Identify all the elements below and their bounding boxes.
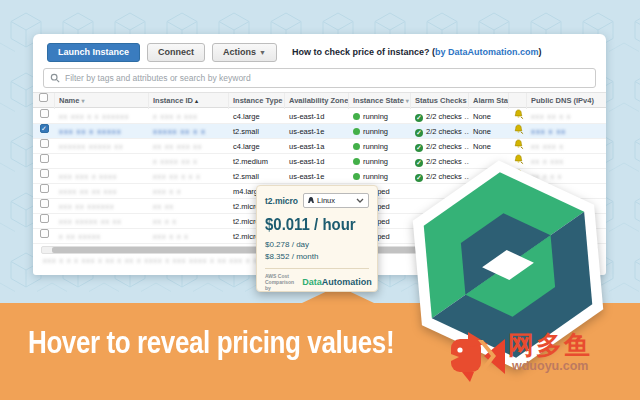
alarm-status-cell: None <box>469 109 509 124</box>
state-dot-icon <box>353 128 360 135</box>
actions-button[interactable]: Actions▼ <box>212 43 277 62</box>
linux-icon <box>308 197 314 205</box>
alarm-bell-cell[interactable] <box>509 124 527 139</box>
watermark-domain-text: wduoyu.com <box>512 359 588 373</box>
brand-wordmark[interactable]: DataAutomation <box>302 277 372 287</box>
public-dns-redacted: xxx x xx <box>531 128 566 135</box>
alarm-bell-icon <box>513 124 524 135</box>
instance-state-cell: running <box>349 109 411 124</box>
chevron-down-icon: ▼ <box>259 49 266 56</box>
bell-spacer <box>509 93 527 109</box>
row-checkbox[interactable] <box>40 109 49 118</box>
public-dns-redacted: xx xxx x <box>531 143 564 150</box>
alarm-bell-icon <box>513 139 524 150</box>
instance-state-cell: running <box>349 169 411 184</box>
column-header[interactable]: Alarm Status <box>469 93 509 109</box>
instance-name-redacted: xxx xx x xxxxx <box>59 128 122 135</box>
row-checkbox[interactable] <box>40 169 49 178</box>
pricing-tooltip: t2.micro Linux $0.011 / hour $0.278 / da… <box>256 185 378 292</box>
instance-id-redacted: xx x x <box>153 218 177 225</box>
alarm-bell-cell[interactable] <box>509 109 527 124</box>
instance-id-redacted: xx xx xxx xx <box>153 143 202 150</box>
state-dot-icon <box>353 113 360 120</box>
screenshot-stage: Launch Instance Connect Actions▼ How to … <box>0 0 640 400</box>
instance-id-redacted: xxxxx xx x x <box>153 128 206 135</box>
instance-id-redacted: xxx x x <box>153 188 181 195</box>
search-input[interactable] <box>65 73 589 83</box>
tooltip-instance-type: t2.micro <box>265 196 298 206</box>
instance-type-cell: c4.large <box>229 139 285 154</box>
column-header[interactable]: Public DNS (IPv4) <box>527 93 606 109</box>
instance-name-redacted: xx xxx x x xxxxxx <box>59 113 129 120</box>
instance-type-cell: t2.medium <box>229 154 285 169</box>
availability-zone-cell: us-east-1a <box>285 139 349 154</box>
row-checkbox[interactable] <box>40 229 49 238</box>
check-circle-icon: ✓ <box>415 129 423 137</box>
instance-state-cell: running <box>349 124 411 139</box>
check-circle-icon: ✓ <box>415 114 423 122</box>
column-header[interactable]: Name▾ <box>55 93 149 109</box>
instance-type-cell: c4.large <box>229 109 285 124</box>
price-per-hour: $0.011 / hour <box>265 215 357 235</box>
table-row[interactable]: xx xxx x x xxxxxxx xxx x xxxc4.largeus-e… <box>33 109 606 124</box>
instance-name-redacted: xxx xxx x xxxx <box>59 173 117 180</box>
row-checkbox[interactable] <box>40 184 49 193</box>
select-all-cell[interactable] <box>33 93 55 109</box>
instance-name-redacted: xxx xx xxxxxx <box>59 203 114 210</box>
availability-zone-cell: us-east-1e <box>285 124 349 139</box>
column-header[interactable]: Instance ID▴ <box>149 93 229 109</box>
state-dot-icon <box>353 173 360 180</box>
table-header-row: Name▾Instance ID▴Instance Type▾Availabil… <box>33 92 606 108</box>
row-checkbox[interactable] <box>40 214 49 223</box>
sort-icon: ▾ <box>406 98 409 104</box>
instance-type-cell: t2.small <box>229 124 285 139</box>
alarm-bell-icon <box>513 109 524 120</box>
tooltip-divider <box>265 268 369 269</box>
availability-zone-cell: us-east-1d <box>285 154 349 169</box>
fish-logo-icon <box>448 330 506 382</box>
availability-zone-cell: us-east-1d <box>285 109 349 124</box>
instance-name-redacted: xxxxxx xxxxx xx <box>59 143 123 150</box>
table-row[interactable]: ✓xxx xx x xxxxxxxxxx xx x xt2.smallus-ea… <box>33 124 606 139</box>
select-all-checkbox[interactable] <box>39 93 48 102</box>
os-select-value: Linux <box>317 196 335 205</box>
instance-id-redacted: x xxxx xx x <box>153 158 198 165</box>
attribution-text: AWS Cost Comparison by <box>265 273 294 291</box>
instance-id-redacted: x xxx x xxx <box>153 113 198 120</box>
instance-name-redacted: xxxx xx xx xxx <box>59 188 117 195</box>
dataautomation-link[interactable]: by DataAutomation.com <box>435 47 539 57</box>
status-checks-cell: ✓2/2 checks … <box>411 124 469 139</box>
wduoyu-watermark: 网多鱼 wduoyu.com <box>448 328 618 386</box>
watermark-brand-text: 网多鱼 <box>508 328 592 363</box>
filter-searchbar[interactable] <box>43 68 596 88</box>
row-checkbox[interactable] <box>40 139 49 148</box>
row-checkbox[interactable]: ✓ <box>40 124 49 133</box>
instance-state-cell: running <box>349 139 411 154</box>
connect-button[interactable]: Connect <box>147 43 205 62</box>
column-header[interactable]: Status Checks▾ <box>411 93 469 109</box>
status-checks-cell: ✓2/2 checks … <box>411 109 469 124</box>
state-dot-icon <box>353 143 360 150</box>
search-icon <box>50 73 60 83</box>
sort-icon: ▴ <box>195 98 198 104</box>
chevron-down-icon <box>356 198 364 203</box>
public-dns-redacted: xxx xx x x <box>531 113 571 120</box>
column-header[interactable]: Instance State▾ <box>349 93 411 109</box>
row-checkbox[interactable] <box>40 154 49 163</box>
instance-name-redacted: x xx xxxxx <box>59 233 101 240</box>
price-per-month: $8.352 / month <box>265 251 369 263</box>
instance-state-cell: running <box>349 154 411 169</box>
instance-id-redacted: xx xx <box>153 203 174 210</box>
help-text: How to check price of instance? (by Data… <box>292 47 542 57</box>
alarm-status-cell: None <box>469 124 509 139</box>
price-per-day: $0.278 / day <box>265 239 369 251</box>
instance-id-redacted: xxx x x x <box>153 233 189 240</box>
availability-zone-cell: us-east-1e <box>285 169 349 184</box>
os-select[interactable]: Linux <box>303 193 369 208</box>
column-header[interactable]: Availability Zone▾ <box>285 93 349 109</box>
column-header[interactable]: Instance Type▾ <box>229 93 285 109</box>
sort-icon: ▾ <box>81 98 84 104</box>
row-checkbox[interactable] <box>40 199 49 208</box>
launch-instance-button[interactable]: Launch Instance <box>47 43 140 62</box>
state-dot-icon <box>353 158 360 165</box>
